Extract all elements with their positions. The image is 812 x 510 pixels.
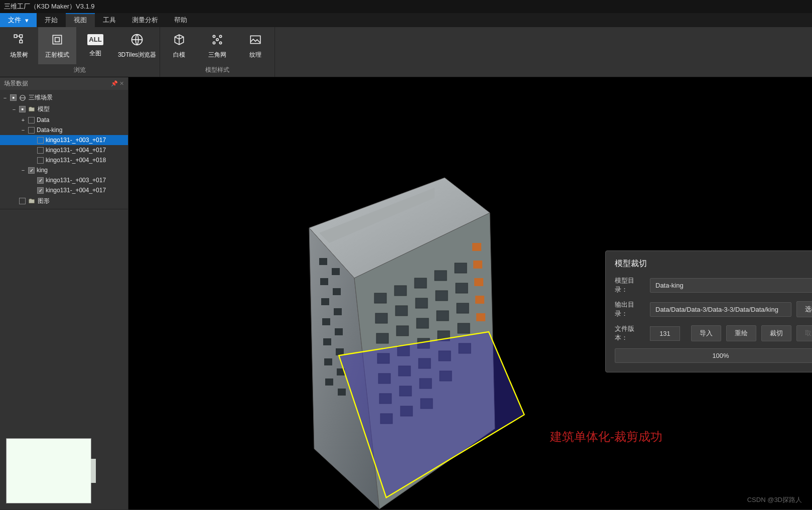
viewport-3d[interactable]: 建筑单体化-裁剪成功 模型裁切 ✕ 模型目录： Data-king 输出目录： … [128, 77, 812, 509]
redraw-button[interactable]: 重绘 [726, 325, 756, 341]
svg-point-8 [213, 42, 215, 44]
menu-file[interactable]: 文件 ▾ [0, 13, 37, 27]
svg-rect-0 [14, 35, 17, 37]
svg-rect-58 [321, 298, 329, 305]
menu-start[interactable]: 开始 [37, 13, 66, 27]
tree-node[interactable]: 图形 [0, 195, 128, 207]
svg-rect-24 [416, 298, 428, 308]
tree-checkbox[interactable] [37, 137, 44, 144]
tree-node-label: 模型 [38, 105, 50, 113]
tree-node[interactable]: kingo131-_+004_+017 [0, 145, 128, 155]
collapse-icon[interactable]: − [20, 127, 26, 133]
tree-checkbox[interactable] [28, 117, 35, 123]
menubar: 文件 ▾ 开始 视图 工具 测量分析 帮助 [0, 13, 812, 27]
globe-icon [19, 94, 27, 102]
svg-rect-25 [436, 291, 448, 301]
menu-help[interactable]: 帮助 [166, 13, 195, 27]
tree-checkbox[interactable] [10, 94, 17, 101]
tree-node[interactable]: kingo131-_+004_+018 [0, 155, 128, 165]
ribbon-texture[interactable]: 纹理 [236, 27, 275, 64]
svg-rect-59 [334, 308, 342, 315]
label-model-dir: 模型目录： [615, 276, 645, 294]
svg-rect-56 [320, 278, 328, 285]
folder-icon [28, 197, 36, 205]
crop-dialog: 模型裁切 ✕ 模型目录： Data-king 输出目录： 选择 文件版本： [605, 250, 812, 372]
ribbon-group-label-style: 模型样式 [160, 64, 275, 77]
ribbon-scene-tree[interactable]: 场景树 [0, 27, 38, 64]
app-title: 三维工厂（K3D Maker）V3.1.9 [4, 3, 95, 10]
dialog-titlebar: 模型裁切 ✕ [606, 251, 812, 276]
ribbon: 场景树 正射模式 ALL 全图 3DTiles浏览器 浏览 [0, 27, 812, 77]
collapse-icon[interactable]: − [2, 95, 8, 101]
svg-rect-11 [250, 36, 260, 43]
tree-checkbox[interactable] [28, 127, 35, 134]
grid-icon [210, 33, 224, 47]
tree-checkbox[interactable] [37, 187, 44, 194]
svg-rect-1 [20, 35, 22, 37]
model-dir-select[interactable]: Data-king [650, 278, 812, 293]
tree-node-label: Data-king [37, 126, 62, 134]
chevron-down-icon: ▾ [25, 17, 29, 24]
tree-node[interactable]: −king [0, 165, 128, 175]
panel-pin-icon[interactable]: 📌 ✕ [111, 80, 124, 87]
svg-rect-20 [435, 271, 447, 281]
progress-bar: 100% [615, 348, 812, 363]
collapse-icon[interactable]: − [11, 106, 17, 112]
tree-icon [12, 33, 26, 47]
crop-button[interactable]: 裁切 [761, 325, 791, 341]
ribbon-group-style: 白模 三角网 纹理 模型样式 [160, 27, 275, 77]
ribbon-3dtiles[interactable]: 3DTiles浏览器 [114, 27, 160, 64]
svg-point-10 [216, 38, 218, 40]
tree-checkbox[interactable] [28, 167, 35, 174]
svg-rect-4 [55, 37, 60, 42]
cancel-button[interactable]: 取消 [796, 325, 812, 341]
svg-rect-50 [473, 261, 482, 269]
tree-node[interactable]: kingo131-_+003_+017 [0, 175, 128, 185]
tree-node[interactable]: −Data-king [0, 125, 128, 135]
label-output-dir: 输出目录： [615, 300, 645, 318]
svg-marker-68 [339, 332, 524, 497]
tree-checkbox[interactable] [37, 147, 44, 154]
crop-selection[interactable] [319, 318, 540, 509]
tree-node[interactable]: kingo131-_+003_+017 [0, 135, 128, 145]
ribbon-white-model[interactable]: 白模 [160, 27, 198, 64]
svg-point-9 [219, 42, 221, 44]
tree-node-label: 三维场景 [29, 93, 53, 102]
cube-icon [172, 33, 186, 47]
tree-checkbox[interactable] [19, 198, 26, 204]
menu-view[interactable]: 视图 [66, 13, 95, 27]
tree-node-label: kingo131-_+004_+017 [46, 147, 106, 154]
tree-node-label: kingo131-_+004_+017 [46, 187, 106, 194]
scene-tree[interactable]: −三维场景−模型+Data−Data-kingkingo131-_+003_+0… [0, 90, 128, 209]
svg-rect-3 [53, 35, 61, 44]
menu-tools[interactable]: 工具 [95, 13, 124, 27]
ribbon-ortho[interactable]: 正射模式 [38, 27, 76, 64]
svg-point-6 [213, 35, 215, 37]
select-button[interactable]: 选择 [796, 301, 812, 317]
tree-node[interactable]: −模型 [0, 103, 128, 115]
tree-node-label: kingo131-_+003_+017 [46, 177, 106, 184]
tree-node[interactable]: kingo131-_+004_+017 [0, 185, 128, 195]
import-button[interactable]: 导入 [691, 325, 721, 341]
tree-node-label: kingo131-_+003_+017 [46, 137, 106, 144]
thumbnail-preview[interactable] [6, 438, 91, 503]
tree-node[interactable]: −三维场景 [0, 92, 128, 103]
tree-checkbox[interactable] [37, 157, 44, 164]
svg-rect-19 [415, 278, 427, 288]
svg-rect-31 [457, 303, 469, 313]
globe-icon [130, 33, 144, 47]
collapse-icon[interactable]: − [20, 167, 26, 173]
expand-icon[interactable]: + [20, 117, 26, 123]
all-icon: ALL [87, 34, 103, 45]
svg-rect-2 [20, 40, 22, 43]
menu-measure[interactable]: 测量分析 [124, 13, 166, 27]
tree-checkbox[interactable] [19, 106, 26, 112]
tree-checkbox[interactable] [37, 177, 44, 184]
ribbon-all[interactable]: ALL 全图 [76, 27, 114, 64]
svg-rect-49 [472, 243, 481, 251]
output-dir-input[interactable] [650, 302, 791, 317]
tree-node[interactable]: +Data [0, 115, 128, 125]
ortho-icon [50, 33, 64, 47]
ribbon-wireframe[interactable]: 三角网 [198, 27, 236, 64]
file-version-input[interactable] [650, 326, 680, 341]
